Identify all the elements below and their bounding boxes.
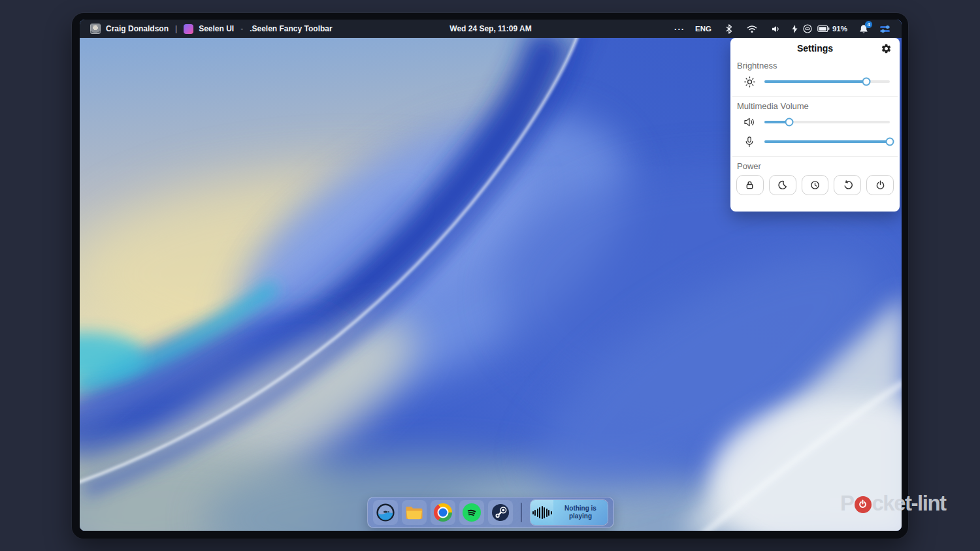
user-name[interactable]: Craig Donaldson [106,24,169,33]
dock-separator [521,503,522,522]
brightness-fill [764,80,866,83]
dock-app-chrome[interactable] [431,500,455,525]
speaker-icon [742,118,757,127]
brightness-slider[interactable] [764,77,890,86]
sleep-button[interactable] [769,175,796,195]
dock-app-file-explorer[interactable] [402,500,427,525]
mic-fill [764,140,890,143]
bluetooth-icon[interactable] [726,24,732,34]
brightness-row [730,72,900,91]
wifi-icon[interactable] [747,25,757,33]
volume-handle[interactable] [785,118,794,127]
restart-button[interactable] [834,175,861,195]
schedule-button[interactable] [802,175,829,195]
chrome-icon [434,503,452,522]
dock-app-start[interactable] [373,500,398,525]
settings-title: Settings [797,43,833,54]
volume-icon[interactable] [772,25,780,33]
system-tray: ··· ENG 91 [674,24,902,34]
multimedia-label: Multimedia Volume [737,101,900,111]
brightness-sun-icon [742,76,757,87]
divider [732,96,898,97]
mic-row [730,132,900,151]
seelen-app-icon[interactable] [184,24,193,34]
settings-header: Settings [730,38,900,59]
mic-handle[interactable] [886,138,894,146]
brightness-handle[interactable] [862,78,870,86]
divider [732,156,898,157]
dock-app-steam[interactable] [488,500,513,525]
lock-button[interactable] [736,175,764,195]
dock-app-spotify[interactable] [459,500,484,525]
notifications-button[interactable]: 4 [859,24,868,34]
monitor-bezel: Craig Donaldson | Seelen UI - .Seelen Fa… [72,13,908,539]
audio-wave-icon [531,500,553,525]
datetime[interactable]: Wed 24 Sep, 11:09 AM [449,24,531,33]
pocketlint-logo-p: P [840,491,854,516]
charging-icon[interactable] [792,25,798,33]
microphone-icon [742,136,757,148]
toolbar-separator: | [174,24,178,33]
shutdown-button[interactable] [866,175,894,195]
fancy-toolbar: Craig Donaldson | Seelen UI - .Seelen Fa… [80,20,902,38]
power-buttons [736,175,894,195]
app-title-dash: - [239,24,244,33]
desktop-screen: Craig Donaldson | Seelen UI - .Seelen Fa… [80,20,902,531]
pocketlint-logo-rest: cket-lint [872,491,946,516]
volume-slider[interactable] [764,118,890,127]
battery-percent[interactable]: 91% [832,25,847,33]
user-app-group: Craig Donaldson | Seelen UI - .Seelen Fa… [80,24,333,34]
gamepad-icon[interactable] [803,24,812,33]
spotify-icon [463,503,481,522]
battery-icon[interactable] [817,25,830,33]
media-player-widget[interactable]: Nothing is playing [530,499,608,526]
tray-overflow-button[interactable]: ··· [674,24,685,34]
user-avatar[interactable] [90,24,101,34]
seelen-quick-settings-icon[interactable] [880,26,890,32]
pocketlint-logo: P cket-lint [840,491,946,516]
settings-flyout: Settings Brightness Multimedia Volume [730,38,900,212]
dock: Nothing is playing [367,497,614,528]
media-status-text: Nothing is playing [553,500,608,525]
power-label: Power [737,161,900,171]
brightness-label: Brightness [737,61,900,71]
app-subtitle[interactable]: .Seelen Fancy Toolbar [250,24,332,33]
app-name[interactable]: Seelen UI [199,24,234,33]
mic-slider[interactable] [764,137,890,146]
pocketlint-power-icon [855,496,872,513]
volume-row [730,112,900,132]
gear-icon[interactable] [880,42,892,54]
notification-badge: 4 [865,21,872,28]
language-indicator[interactable]: ENG [695,25,711,33]
